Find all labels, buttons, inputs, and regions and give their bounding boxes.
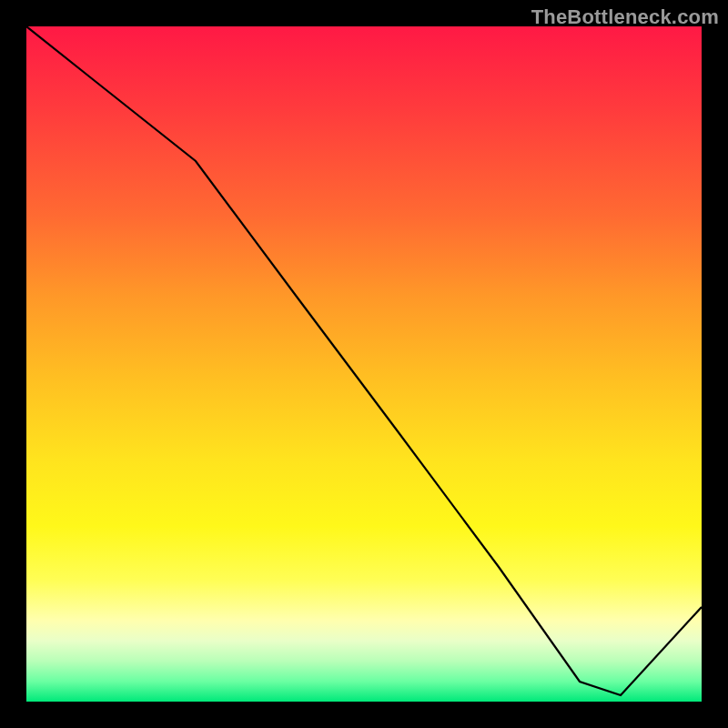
chart-frame: TheBottleneck.com [0, 0, 728, 728]
bottleneck-curve [26, 26, 702, 702]
plot-area [26, 26, 702, 702]
curve-path [26, 26, 702, 695]
